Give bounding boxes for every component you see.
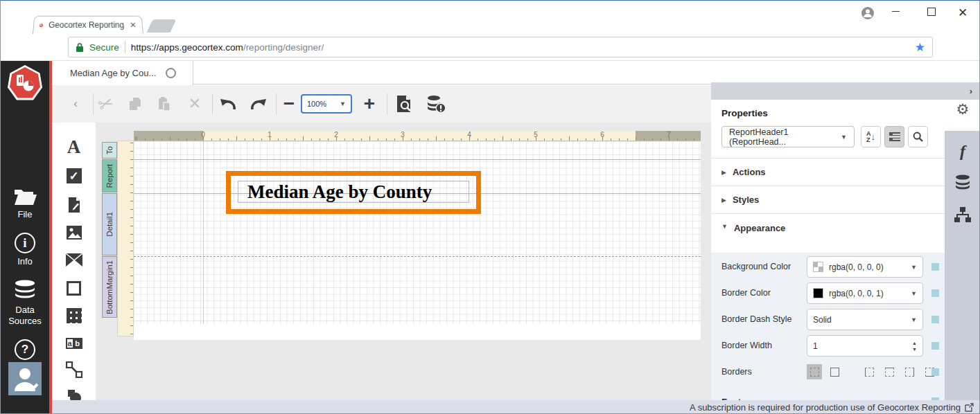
close-button[interactable]: ✕ <box>958 6 968 20</box>
selected-report-label[interactable]: Median Age by County <box>226 171 481 214</box>
margin-separator-dashed <box>134 256 701 257</box>
paste-button[interactable] <box>154 92 175 116</box>
selected-object-dropdown[interactable]: ReportHeader1 (ReportHead... ▼ <box>721 126 855 147</box>
spinner-arrows[interactable]: ▲▼ <box>912 341 917 352</box>
band-header-detail[interactable]: Detail1 <box>102 193 117 255</box>
tool-panel[interactable] <box>52 276 96 300</box>
section-appearance[interactable]: ▼ Appearance <box>711 213 945 253</box>
cut-button[interactable]: ✂ <box>96 92 116 116</box>
zoom-in-button[interactable]: + <box>359 92 380 116</box>
band-header-reportheader[interactable]: Report <box>102 159 117 192</box>
user-avatar[interactable] <box>8 362 42 395</box>
document-tab-bar-rest <box>193 61 711 84</box>
bookmark-star-icon[interactable]: ★ <box>915 40 925 55</box>
tool-picture[interactable] <box>52 221 96 244</box>
tool-line[interactable] <box>52 358 96 381</box>
sidebar-item-info[interactable]: i Info <box>1 233 49 267</box>
redo-button[interactable] <box>248 92 269 116</box>
right-tool-rail: f <box>945 131 980 400</box>
tool-character-comb[interactable]: ab <box>52 332 96 355</box>
borders-right-button[interactable] <box>902 364 917 379</box>
rail-top-area: ⚙ <box>945 100 980 131</box>
document-tab[interactable]: Median Age by Cou... <box>52 61 193 85</box>
data-tab[interactable] <box>945 171 980 195</box>
band-header-topmargin[interactable]: To <box>102 142 117 159</box>
background-color-dropdown[interactable]: rgba(0, 0, 0, 0) ▼ <box>807 256 923 278</box>
tool-richtext[interactable] <box>52 193 96 217</box>
lock-icon <box>76 42 84 53</box>
hierarchy-icon <box>954 207 971 222</box>
settings-gear-icon[interactable]: ⚙ <box>954 101 971 118</box>
secure-label: Secure <box>89 42 119 53</box>
database-icon <box>954 174 971 191</box>
search-properties-button[interactable] <box>908 126 928 147</box>
square-icon <box>67 281 81 296</box>
zoom-out-button[interactable]: − <box>279 92 299 116</box>
tool-subreport[interactable] <box>52 249 96 272</box>
sidebar-item-label: File <box>1 209 49 220</box>
browser-tab[interactable]: Geocortex Reporting ✕ <box>33 16 143 34</box>
borders-none-button[interactable] <box>807 364 822 379</box>
address-bar[interactable]: Secure https://apps.geocortex.com/report… <box>68 37 933 57</box>
group-by-category-button[interactable] <box>884 126 904 147</box>
property-row-border-dash-style: Border Dash Style Solid ▼ <box>711 309 945 330</box>
richtext-icon <box>66 197 82 213</box>
sort-alphabetical-button[interactable]: AZ↓ <box>861 126 881 147</box>
line-icon <box>66 361 82 378</box>
design-canvas[interactable]: 0 1 2 3 4 5 6 7 To Report Detail1 Bottom… <box>96 123 711 400</box>
border-color-dropdown[interactable]: rgba(0, 0, 0, 1) ▼ <box>807 282 923 304</box>
band-header-bottommargin[interactable]: BottomMargin1 <box>102 256 117 318</box>
delete-button[interactable]: ✕ <box>184 92 205 116</box>
zoom-level-select[interactable]: 100% ▼ <box>301 94 352 114</box>
database-icon <box>13 280 37 302</box>
maximize-button[interactable] <box>927 8 936 16</box>
undo-button[interactable] <box>218 92 238 116</box>
section-styles[interactable]: ▶ Styles <box>711 186 945 213</box>
toolbar-separator <box>387 93 387 114</box>
binding-indicator[interactable] <box>931 342 939 350</box>
binding-indicator[interactable] <box>931 368 939 376</box>
report-title-text: Median Age by County <box>247 181 432 203</box>
folder-icon <box>13 187 37 206</box>
sidebar-item-file[interactable]: File <box>1 187 49 220</box>
new-tab-button[interactable] <box>147 19 177 33</box>
tab-close-icon[interactable]: ✕ <box>130 20 137 30</box>
profile-icon[interactable] <box>860 6 875 21</box>
borders-left-button[interactable] <box>861 364 877 379</box>
binding-indicator[interactable] <box>931 263 939 271</box>
collapse-toolbox-button[interactable]: ‹ <box>65 92 86 116</box>
tool-label[interactable]: A <box>52 135 96 159</box>
tool-checkbox[interactable]: ✓ <box>52 164 96 188</box>
report-page-tail <box>134 324 701 340</box>
minimize-button[interactable]: ─ <box>892 5 900 17</box>
functions-tab[interactable]: f <box>945 139 980 163</box>
document-tab-label: Median Age by Cou... <box>70 68 156 78</box>
border-width-spinner[interactable]: 1 ▲▼ <box>807 335 923 357</box>
black-swatch <box>813 288 823 298</box>
validate-data-button[interactable] <box>426 92 446 116</box>
binding-indicator[interactable] <box>931 289 939 297</box>
structure-tab[interactable] <box>945 203 980 226</box>
help-icon: ? <box>15 339 35 360</box>
property-row-border-width: Border Width 1 ▲▼ <box>711 335 945 357</box>
borders-all-button[interactable] <box>827 364 842 379</box>
binding-indicator[interactable] <box>931 316 939 323</box>
preview-button[interactable] <box>394 92 414 116</box>
borders-top-button[interactable] <box>882 364 897 379</box>
tool-table[interactable] <box>52 304 96 327</box>
report-page[interactable]: Median Age by County <box>134 141 701 324</box>
vertical-ruler <box>117 141 134 336</box>
document-tab-bar: Median Age by Cou... <box>52 61 711 85</box>
app-sidebar: File i Info Data Sources ? Help <box>1 61 52 414</box>
chevron-right-icon: ▶ <box>721 197 726 204</box>
border-dash-style-dropdown[interactable]: Solid ▼ <box>807 309 923 330</box>
copy-button[interactable] <box>125 92 146 116</box>
properties-collapse-strip[interactable]: › <box>711 82 980 100</box>
chevron-down-icon: ▼ <box>841 134 847 141</box>
sidebar-item-label: Data Sources <box>1 305 49 327</box>
section-actions[interactable]: ▶ Actions <box>711 158 945 186</box>
external-link-icon[interactable] <box>965 403 974 412</box>
sidebar-item-data-sources[interactable]: Data Sources <box>1 280 49 327</box>
chevron-down-icon: ▼ <box>721 223 728 230</box>
geocortex-logo <box>8 65 42 101</box>
